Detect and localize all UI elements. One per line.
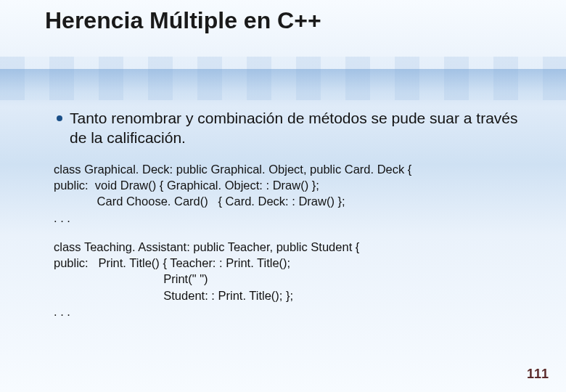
slide-body: Tanto renombrar y combinación de métodos… <box>57 109 531 319</box>
code-line: Print(" ") <box>54 271 531 287</box>
code-line: class Graphical. Deck: public Graphical.… <box>54 161 531 177</box>
code-line: Student: : Print. Title(); }; <box>54 287 531 303</box>
code-line: public: void Draw() { Graphical. Object:… <box>54 177 531 193</box>
page-number: 111 <box>527 367 549 382</box>
code-block-1: class Graphical. Deck: public Graphical.… <box>54 161 531 226</box>
slide-title: Herencia Múltiple en C++ <box>45 7 321 34</box>
code-line: Card Choose. Card() { Card. Deck: : Draw… <box>54 193 531 209</box>
code-line: public: Print. Title() { Teacher: : Prin… <box>54 255 531 271</box>
bullet-item: Tanto renombrar y combinación de métodos… <box>57 109 531 148</box>
code-line: class Teaching. Assistant: public Teache… <box>54 239 531 255</box>
code-line: . . . <box>54 210 531 226</box>
bullet-dot-icon <box>57 115 62 121</box>
code-line: . . . <box>54 303 531 319</box>
code-block-2: class Teaching. Assistant: public Teache… <box>54 239 531 319</box>
bullet-text: Tanto renombrar y combinación de métodos… <box>70 109 531 148</box>
